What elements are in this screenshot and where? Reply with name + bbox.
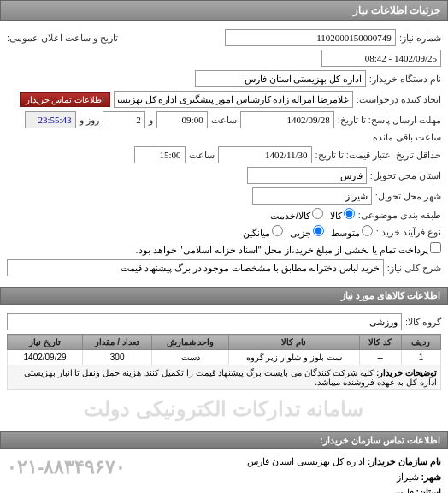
desc-text: کلیه شرکت کنندگان می بایست برگ پیشنهاد ق…: [24, 368, 437, 387]
desc-label: توضیحات خریدار:: [376, 368, 437, 377]
cell-unit: دست: [152, 350, 229, 365]
and-label: و: [149, 115, 153, 126]
announce-label: تاریخ و ساعت اعلان عمومی:: [7, 33, 118, 44]
valid-until-date-input[interactable]: [218, 146, 312, 163]
payment-note-checkbox[interactable]: [430, 242, 441, 253]
payment-note-text: پرداخت تمام یا بخشی از مبلغ خرید،از محل …: [135, 245, 428, 255]
time-label-2: ساعت: [189, 150, 215, 161]
buyer-org-label: نام دستگاه خریدار:: [369, 74, 441, 85]
pt-avg-text: میانگین: [243, 228, 270, 238]
creator-input[interactable]: [114, 91, 353, 108]
pt-medium-radio[interactable]: [362, 225, 373, 236]
table-row: 1 -- ست بلوز و شلوار زیر گروه دست 300 14…: [8, 350, 441, 365]
org-name-value: اداره کل بهزیستی استان فارس: [247, 456, 365, 466]
days-label: روز و: [80, 115, 99, 126]
group-service-option[interactable]: کالا/خدمت: [270, 208, 323, 222]
valid-until-label: حداقل تاریخ اعتبار قیمت: تا تاریخ:: [315, 150, 441, 161]
group-type-radios: کالا کالا/خدمت: [270, 208, 355, 222]
request-no-label: شماره نیاز:: [399, 33, 441, 44]
province-label: استان محل تحویل:: [370, 170, 441, 181]
days-input[interactable]: [103, 111, 145, 128]
group-kala-option[interactable]: کالا: [330, 208, 355, 222]
payment-note-option[interactable]: پرداخت تمام یا بخشی از مبلغ خرید،از محل …: [135, 242, 441, 256]
request-no-input[interactable]: [225, 29, 396, 46]
pt-partial-radio[interactable]: [313, 225, 324, 236]
cell-name: ست بلوز و شلوار زیر گروه: [228, 350, 359, 365]
time-label-1: ساعت: [211, 115, 237, 126]
org-name-label: نام سازمان خریدار:: [368, 456, 441, 466]
province-input[interactable]: [247, 167, 367, 184]
group-kala-text: کالا: [330, 211, 342, 221]
remaining-label: ساعت باقی مانده: [373, 132, 441, 143]
deadline-send-date-input[interactable]: [240, 111, 334, 128]
pt-avg-option[interactable]: میانگین: [243, 225, 283, 239]
cell-row: 1: [401, 350, 440, 365]
pt-medium-option[interactable]: متوسط: [331, 225, 373, 239]
purchase-type-radios: متوسط جزیی میانگین: [243, 225, 373, 239]
deadline-send-label: مهلت ارسال پاسخ: تا تاریخ:: [338, 115, 441, 126]
goods-table: ردیف کد کالا نام کالا واحد شمارش تعداد /…: [7, 334, 441, 390]
big-phone: ۰۲۱-۸۸۳۴۹۶۷۰: [7, 451, 126, 483]
watermark: سامانه تدارکات الکترونیکی دولت: [7, 394, 441, 425]
panel-title: جزئیات اطلاعات نیاز: [0, 0, 448, 21]
th-name: نام کالا: [228, 335, 359, 350]
c-city-value: شیراز: [397, 472, 419, 482]
c-city-label: شهر:: [421, 472, 442, 482]
c-province-value: فارس: [392, 487, 414, 493]
group-kala-radio[interactable]: [344, 208, 355, 219]
cell-date: 1402/09/29: [8, 350, 83, 365]
city-input[interactable]: [252, 187, 372, 205]
deadline-send-time-input[interactable]: [156, 111, 208, 128]
valid-until-time-input[interactable]: [134, 146, 186, 163]
pt-medium-text: متوسط: [331, 228, 360, 238]
cell-code: --: [359, 350, 401, 365]
cell-qty: 300: [83, 350, 152, 365]
contact-buyer-button[interactable]: اطلاعات تماس خریدار: [20, 92, 110, 107]
purchase-type-label: نوع فرآیند خرید :: [376, 227, 441, 238]
contact-section: ۰۲۱-۸۸۳۴۹۶۷۰ نام سازمان خریدار: اداره کل…: [0, 449, 448, 493]
pt-avg-radio[interactable]: [272, 225, 283, 236]
goods-header: اطلاعات کالاهای مورد نیاز: [0, 287, 448, 305]
city-label: شهر محل تحویل:: [375, 191, 441, 202]
group-type-label: طبقه بندی موضوعی:: [358, 210, 441, 221]
th-qty: تعداد / مقدار: [83, 335, 152, 350]
contact-header: اطلاعات تماس سازمان خریدار:: [0, 431, 448, 449]
buyer-org-input[interactable]: [195, 70, 366, 87]
announce-input[interactable]: [321, 50, 441, 67]
remaining-time-input: [25, 111, 76, 128]
th-code: کد کالا: [359, 335, 401, 350]
creator-label: ایجاد کننده درخواست:: [357, 94, 441, 105]
pt-partial-option[interactable]: جزیی: [290, 225, 324, 239]
pt-partial-text: جزیی: [290, 228, 311, 238]
th-row: ردیف: [401, 335, 440, 350]
group-service-radio[interactable]: [312, 208, 323, 219]
table-desc-row: توضیحات خریدار: کلیه شرکت کنندگان می بای…: [8, 365, 441, 390]
summary-label: شرح کلی نیاز:: [387, 263, 441, 274]
group-service-text: کالا/خدمت: [270, 211, 310, 221]
th-unit: واحد شمارش: [152, 335, 229, 350]
goods-group-label: گروه کالا:: [405, 317, 441, 328]
summary-input[interactable]: [7, 259, 384, 276]
goods-group-input[interactable]: [7, 313, 402, 330]
c-province-label: استان:: [416, 487, 442, 493]
th-date: تاریخ نیاز: [8, 335, 83, 350]
